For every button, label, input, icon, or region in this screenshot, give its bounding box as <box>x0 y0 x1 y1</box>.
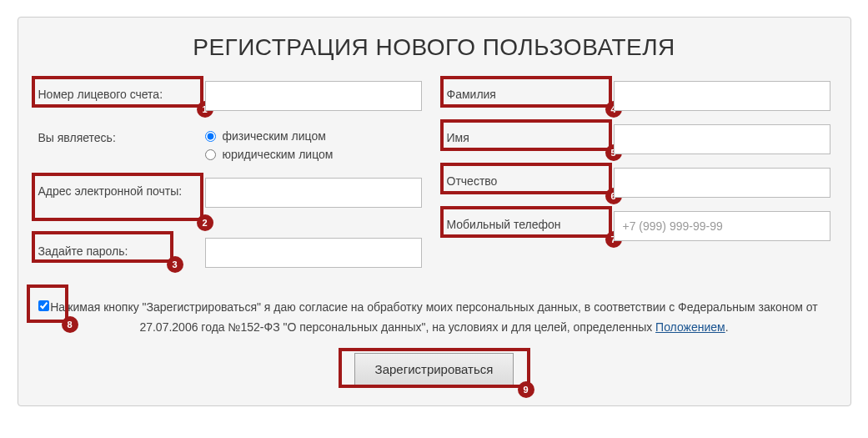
email-label: Адрес электронной почты: <box>38 184 183 198</box>
lastname-input[interactable] <box>614 81 830 111</box>
consent-checkbox[interactable] <box>38 300 49 311</box>
password-row: Задайте пароль: 3 <box>38 238 422 269</box>
lastname-label-wrap: Фамилия 4 <box>447 81 614 101</box>
badge-9: 9 <box>518 381 534 398</box>
form-columns: Номер лицевого счета: 1 Вы являетесь: фи… <box>38 81 830 281</box>
patronymic-label-wrap: Отчество 6 <box>447 168 614 188</box>
patronymic-row: Отчество 6 <box>447 168 830 199</box>
badge-3: 3 <box>167 256 183 273</box>
firstname-row: Имя 5 <box>447 124 830 156</box>
account-label: Номер лицевого счета: <box>38 88 163 101</box>
submit-button[interactable]: Зарегистрироваться <box>354 353 514 385</box>
phone-input[interactable] <box>614 211 830 241</box>
radio-legal-label: юридическим лицом <box>223 148 334 161</box>
firstname-label: Имя <box>447 131 469 144</box>
radio-individual-input[interactable] <box>205 131 216 142</box>
phone-label-wrap: Мобильный телефон 7 <box>447 211 614 231</box>
radio-individual-label: физическим лицом <box>223 129 326 143</box>
password-label: Задайте пароль: <box>38 244 128 258</box>
account-row: Номер лицевого счета: 1 <box>38 81 422 113</box>
you-are-row: Вы являетесь: физическим лицом юридическ… <box>38 124 422 166</box>
patronymic-label: Отчество <box>447 174 498 188</box>
password-input[interactable] <box>205 238 422 268</box>
account-input[interactable] <box>205 81 422 111</box>
radio-individual[interactable]: физическим лицом <box>205 129 422 143</box>
page-title: РЕГИСТРАЦИЯ НОВОГО ПОЛЬЗОВАТЕЛЯ <box>38 34 830 61</box>
lastname-row: Фамилия 4 <box>447 81 830 113</box>
email-input[interactable] <box>205 178 422 208</box>
radio-legal[interactable]: юридическим лицом <box>205 148 422 161</box>
phone-row: Мобильный телефон 7 <box>447 211 830 243</box>
you-are-label: Вы являетесь: <box>38 131 116 144</box>
patronymic-input[interactable] <box>614 168 830 198</box>
account-label-wrap: Номер лицевого счета: 1 <box>38 81 205 101</box>
lastname-label: Фамилия <box>447 88 496 101</box>
left-column: Номер лицевого счета: 1 Вы являетесь: фи… <box>38 81 422 281</box>
consent-text-after: . <box>725 320 729 334</box>
password-label-wrap: Задайте пароль: 3 <box>38 238 205 258</box>
badge-8: 8 <box>62 316 78 333</box>
email-row: Адрес электронной почты: 2 <box>38 178 422 209</box>
firstname-label-wrap: Имя 5 <box>447 124 614 144</box>
registration-form: РЕГИСТРАЦИЯ НОВОГО ПОЛЬЗОВАТЕЛЯ Номер ли… <box>18 17 851 406</box>
phone-label: Мобильный телефон <box>447 218 561 231</box>
firstname-input[interactable] <box>614 124 830 154</box>
email-label-wrap: Адрес электронной почты: 2 <box>38 178 205 198</box>
consent-row: 8 Нажимая кнопку "Зарегистрироваться" я … <box>38 298 830 338</box>
radio-legal-input[interactable] <box>205 149 216 160</box>
right-column: Фамилия 4 Имя 5 <box>447 81 830 281</box>
submit-row: Зарегистрироваться 9 <box>38 353 830 385</box>
consent-link[interactable]: Положением <box>655 320 725 334</box>
